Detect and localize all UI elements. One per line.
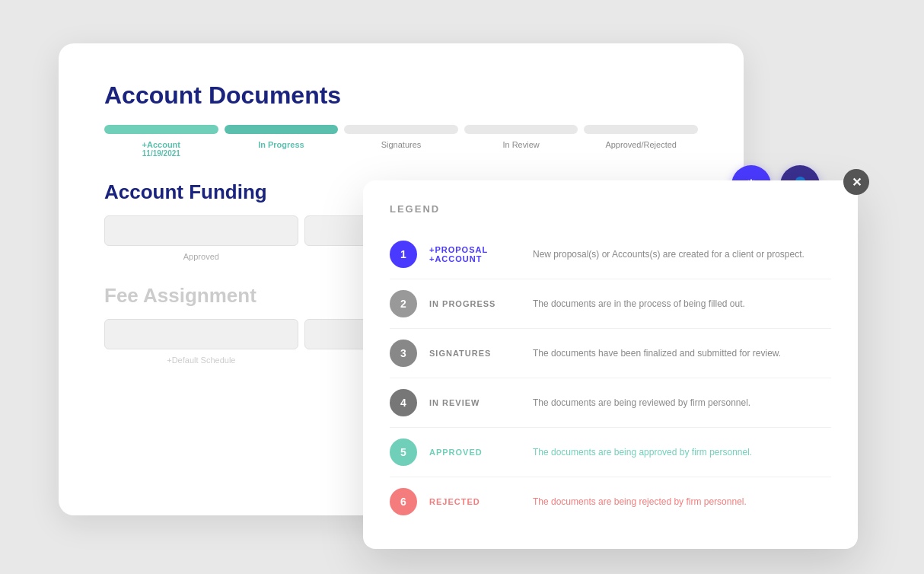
legend-item: 2IN PROGRESSThe documents are in the pro… (390, 279, 831, 329)
legend-label: IN REVIEW (429, 398, 521, 407)
legend-item: 1+PROPOSAL +ACCOUNTNew proposal(s) or Ac… (390, 230, 831, 279)
legend-description: The documents are in the process of bein… (533, 298, 745, 311)
progress-label-signatures: Signatures (344, 140, 458, 158)
progress-label-account: +Account 11/19/2021 (104, 140, 218, 158)
legend-item: 4IN REVIEWThe documents are being review… (390, 378, 831, 428)
legend-item: 5APPROVEDThe documents are being approve… (390, 428, 831, 477)
legend-description: The documents are being reviewed by firm… (533, 397, 750, 410)
legend-label: SIGNATURES (429, 349, 521, 358)
fee-bar-default (104, 319, 298, 349)
legend-number: 6 (390, 488, 417, 515)
legend-label: APPROVED (429, 448, 521, 457)
fee-label-default: +Default Schedule (104, 356, 298, 365)
legend-description: New proposal(s) or Accounts(s) are creat… (533, 248, 805, 261)
legend-description: The documents are being approved by firm… (533, 446, 752, 459)
progress-bar-account (104, 125, 218, 134)
legend-number: 1 (390, 241, 417, 268)
legend-label: REJECTED (429, 497, 521, 506)
progress-bar-inprogress (225, 125, 339, 134)
progress-bar (104, 125, 698, 134)
funding-label-approved: Approved (104, 252, 298, 261)
close-button[interactable]: ✕ (843, 169, 869, 195)
close-icon: ✕ (852, 175, 862, 190)
legend-items: 1+PROPOSAL +ACCOUNTNew proposal(s) or Ac… (390, 230, 831, 526)
legend-modal: ✕ LEGEND 1+PROPOSAL +ACCOUNTNew proposal… (363, 180, 858, 549)
page-title: Account Documents (104, 81, 698, 110)
progress-bar-signatures (344, 125, 458, 134)
legend-number: 4 (390, 389, 417, 416)
legend-label: +PROPOSAL +ACCOUNT (429, 245, 521, 263)
progress-labels: +Account 11/19/2021 In Progress Signatur… (104, 140, 698, 158)
progress-bar-approved (584, 125, 698, 134)
progress-bar-inreview (464, 125, 578, 134)
progress-label-approved: Approved/Rejected (584, 140, 698, 158)
legend-description: The documents are being rejected by firm… (533, 496, 747, 509)
legend-description: The documents have been finalized and su… (533, 347, 781, 360)
progress-label-inprogress: In Progress (225, 140, 339, 158)
legend-item: 6REJECTEDThe documents are being rejecte… (390, 477, 831, 526)
legend-title: LEGEND (390, 203, 831, 215)
progress-label-inreview: In Review (464, 140, 578, 158)
legend-item: 3SIGNATURESThe documents have been final… (390, 329, 831, 378)
legend-label: IN PROGRESS (429, 299, 521, 308)
legend-number: 2 (390, 290, 417, 317)
legend-number: 3 (390, 340, 417, 367)
funding-bar-approved (104, 215, 298, 246)
legend-number: 5 (390, 438, 417, 466)
